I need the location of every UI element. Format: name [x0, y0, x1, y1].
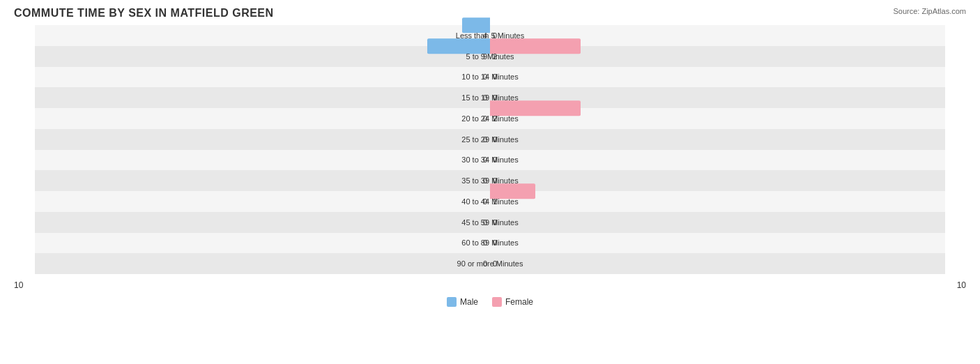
value-female: 0 — [493, 73, 497, 81]
legend-male-box — [447, 297, 457, 307]
chart-container: COMMUTE TIME BY SEX IN MATFIELD GREEN So… — [0, 0, 980, 364]
value-male: 0 — [483, 93, 487, 102]
bar-row: 30 to 34 Minutes00 — [35, 150, 945, 171]
value-female: 0 — [493, 218, 497, 227]
bar-label: 45 to 59 Minutes — [461, 218, 518, 227]
bar-label: 90 or more Minutes — [457, 259, 523, 268]
bar-label: 30 to 34 Minutes — [461, 156, 518, 164]
bar-row: 25 to 29 Minutes00 — [35, 129, 945, 150]
value-female: 0 — [493, 238, 497, 247]
bar-row: 45 to 59 Minutes00 — [35, 212, 945, 233]
value-male: 0 — [483, 238, 487, 247]
bar-row: 40 to 44 Minutes01 — [35, 191, 945, 212]
legend-female-box — [492, 297, 502, 307]
value-female: 1 — [493, 197, 497, 206]
axis-label-right: 10 — [957, 280, 966, 290]
bar-row: 60 to 89 Minutes00 — [35, 233, 945, 254]
bar-row: 5 to 9 Minutes92 — [35, 46, 945, 67]
value-male: 0 — [483, 259, 487, 268]
legend-male: Male — [447, 297, 478, 307]
bar-female — [490, 38, 581, 54]
value-male: 9 — [483, 52, 487, 61]
bar-row: 10 to 14 Minutes00 — [35, 67, 945, 88]
value-male: 0 — [483, 218, 487, 227]
value-male: 0 — [483, 197, 487, 206]
value-male: 0 — [483, 176, 487, 185]
value-female: 2 — [493, 52, 497, 61]
bars-wrapper: Less than 5 Minutes405 to 9 Minutes9210 … — [35, 25, 945, 274]
bar-female — [490, 100, 581, 116]
axis-label-left: 10 — [14, 280, 23, 290]
value-male: 0 — [483, 73, 487, 81]
source-label: Source: ZipAtlas.com — [893, 7, 966, 15]
bar-male — [462, 17, 490, 33]
value-male: 0 — [483, 156, 487, 164]
chart-title: COMMUTE TIME BY SEX IN MATFIELD GREEN — [14, 7, 966, 20]
bar-male — [427, 38, 490, 54]
value-female: 0 — [493, 156, 497, 164]
bar-row: 20 to 24 Minutes02 — [35, 108, 945, 129]
legend-female: Female — [492, 297, 533, 307]
bar-label: 25 to 29 Minutes — [461, 135, 518, 144]
legend-female-label: Female — [505, 297, 533, 307]
value-male: 0 — [483, 135, 487, 144]
value-female: 0 — [493, 259, 497, 268]
chart-area: Less than 5 Minutes405 to 9 Minutes9210 … — [14, 25, 966, 312]
bar-female — [490, 183, 535, 199]
value-female: 2 — [493, 114, 497, 123]
bar-label: 60 to 89 Minutes — [461, 238, 518, 247]
value-female: 0 — [493, 135, 497, 144]
value-male: 0 — [483, 114, 487, 123]
bar-label: 10 to 14 Minutes — [461, 73, 518, 81]
bar-row: 90 or more Minutes00 — [35, 253, 945, 274]
legend-male-label: Male — [460, 297, 478, 307]
legend: Male Female — [447, 297, 533, 307]
